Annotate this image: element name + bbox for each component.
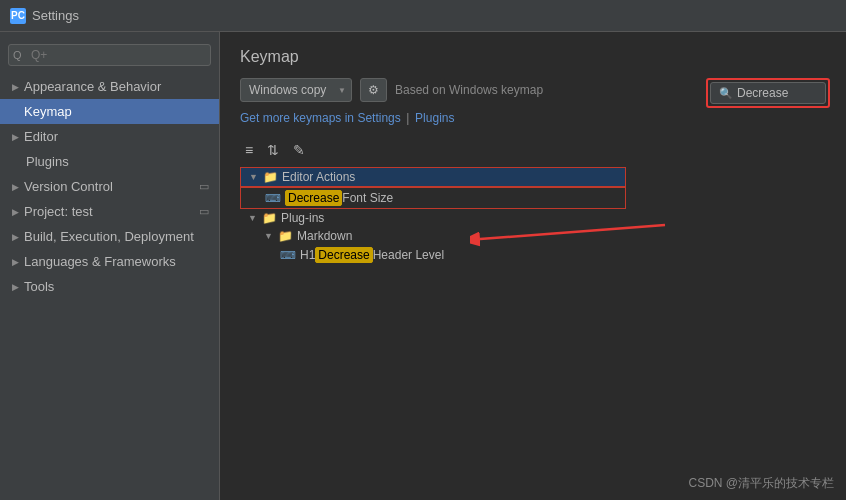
search-inline-icon: 🔍 (719, 87, 733, 100)
sidebar-item-editor[interactable]: ▶ Editor (0, 124, 219, 149)
edit-button[interactable]: ✎ (288, 139, 310, 161)
link-separator: | (406, 111, 409, 125)
content-title: Keymap (240, 48, 826, 66)
editor-actions-label: Editor Actions (282, 170, 355, 184)
keymap-select-wrapper: Windows copy (240, 78, 352, 102)
project-badge: ▭ (199, 205, 209, 218)
folder-icon: 📁 (278, 229, 293, 243)
sidebar-search-icon: Q (13, 49, 22, 61)
sidebar-item-languages[interactable]: ▶ Languages & Frameworks (0, 249, 219, 274)
sidebar-item-tools[interactable]: ▶ Tools (0, 274, 219, 299)
search-overlay-wrapper: 🔍 (706, 78, 830, 108)
watermark: CSDN @清平乐的技术专栏 (688, 475, 834, 492)
decrease-font-suffix: Font Size (342, 191, 393, 205)
tree-row-editor-actions[interactable]: ▼ 📁 Editor Actions (240, 167, 626, 187)
sidebar-item-label: Version Control (24, 179, 113, 194)
keymap-link-row: Get more keymaps in Settings | Plugins (240, 110, 826, 125)
chevron-right-icon: ▶ (12, 257, 19, 267)
sidebar-item-plugins[interactable]: Plugins (0, 149, 219, 174)
decrease-highlight: Decrease (285, 190, 342, 206)
gear-button[interactable]: ⚙ (360, 78, 387, 102)
get-more-keymaps-link[interactable]: Get more keymaps in Settings (240, 111, 401, 125)
sidebar-item-version-control[interactable]: ▶ Version Control ▭ (0, 174, 219, 199)
main-layout: Q ▶ Appearance & Behavior Keymap ▶ Edito… (0, 32, 846, 500)
decrease-header-highlight: Decrease (315, 247, 372, 263)
keymap-based-text: Based on Windows keymap (395, 83, 543, 97)
sidebar-item-label: Languages & Frameworks (24, 254, 176, 269)
svg-line-1 (480, 225, 665, 239)
align-button[interactable]: ≡ (240, 139, 258, 161)
sidebar-item-build[interactable]: ▶ Build, Execution, Deployment (0, 224, 219, 249)
tree-row-decrease-font[interactable]: ⌨ Decrease Font Size (240, 187, 626, 209)
chevron-right-icon: ▶ (12, 82, 19, 92)
sidebar-item-project[interactable]: ▶ Project: test ▭ (0, 199, 219, 224)
keymap-select[interactable]: Windows copy (240, 78, 352, 102)
plugins-label: Plug-ins (281, 211, 324, 225)
chevron-right-icon: ▶ (12, 232, 19, 242)
sidebar-search-input[interactable] (8, 44, 211, 66)
tree-area: ▼ 📁 Editor Actions ⌨ Decrease Font Size … (240, 167, 826, 484)
item-icon: ⌨ (265, 192, 281, 205)
search-inline-input[interactable] (737, 86, 817, 100)
content-area: Keymap Windows copy ⚙ Based on Windows k… (220, 32, 846, 500)
search-overlay-box: 🔍 (706, 78, 830, 108)
sidebar-item-label: Build, Execution, Deployment (24, 229, 194, 244)
sidebar-item-label: Plugins (12, 154, 69, 169)
expand-arrow-icon: ▼ (264, 231, 274, 241)
sidebar: Q ▶ Appearance & Behavior Keymap ▶ Edito… (0, 32, 220, 500)
folder-icon: 📁 (262, 211, 277, 225)
sidebar-item-label: Project: test (24, 204, 93, 219)
red-arrow-indicator (470, 217, 670, 250)
folder-icon: 📁 (263, 170, 278, 184)
filter-button[interactable]: ⇅ (262, 139, 284, 161)
chevron-right-icon: ▶ (12, 182, 19, 192)
sidebar-item-label: Editor (24, 129, 58, 144)
sidebar-item-appearance[interactable]: ▶ Appearance & Behavior (0, 74, 219, 99)
chevron-right-icon: ▶ (12, 132, 19, 142)
sidebar-item-label: Keymap (24, 104, 72, 119)
chevron-right-icon: ▶ (12, 282, 19, 292)
decrease-header-prefix: H1 (300, 248, 315, 262)
decrease-header-suffix: Header Level (373, 248, 444, 262)
sidebar-item-label: Tools (24, 279, 54, 294)
sidebar-item-keymap[interactable]: Keymap (0, 99, 219, 124)
sidebar-item-label: Appearance & Behavior (24, 79, 161, 94)
version-control-badge: ▭ (199, 180, 209, 193)
item-icon: ⌨ (280, 249, 296, 262)
expand-arrow-icon: ▼ (249, 172, 259, 182)
expand-arrow-icon: ▼ (248, 213, 258, 223)
sidebar-search-wrapper: Q (8, 44, 211, 66)
search-inline: 🔍 (710, 82, 826, 104)
chevron-right-icon: ▶ (12, 207, 19, 217)
plugins-link[interactable]: Plugins (415, 111, 454, 125)
app-icon: PC (10, 8, 26, 24)
title-bar: PC Settings (0, 0, 846, 32)
tree-toolbar: ≡ ⇅ ✎ (240, 139, 826, 161)
markdown-label: Markdown (297, 229, 352, 243)
title-bar-text: Settings (32, 8, 79, 23)
